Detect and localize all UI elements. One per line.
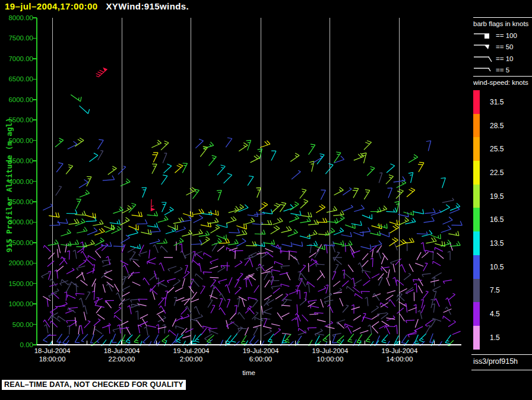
wind-barb xyxy=(423,263,428,271)
colorbar-entry: 25.5 xyxy=(473,137,532,161)
wind-barb xyxy=(175,268,182,274)
wind-barb xyxy=(133,261,140,267)
wind-barb xyxy=(348,334,354,342)
wind-barb xyxy=(273,218,283,225)
wind-barb xyxy=(131,299,140,303)
wind-barb xyxy=(77,266,86,270)
wind-barb xyxy=(167,224,178,230)
wind-barb xyxy=(321,190,325,199)
wind-barb xyxy=(88,255,96,260)
wind-barb xyxy=(436,341,442,350)
wind-barb xyxy=(289,215,299,222)
wind-barb xyxy=(235,287,242,294)
wind-barb xyxy=(426,141,431,151)
wind-barb xyxy=(78,260,86,266)
wind-barb xyxy=(290,211,301,215)
wind-barb xyxy=(226,138,232,147)
wind-barb xyxy=(259,202,268,211)
wind-barb xyxy=(300,217,311,223)
wind-barb xyxy=(163,153,167,163)
wind-barb xyxy=(256,188,261,198)
wind-barb xyxy=(417,231,428,234)
wind-barb xyxy=(372,322,379,327)
wind-barb xyxy=(160,246,167,252)
colorbar-label: 1.5 xyxy=(490,334,500,342)
wind-barb xyxy=(75,138,84,147)
wind-barb xyxy=(426,237,436,243)
wind-barb xyxy=(69,219,80,224)
wind-barb xyxy=(48,261,54,267)
wind-barb xyxy=(61,242,71,246)
wind-barb xyxy=(441,226,451,233)
wind-barb xyxy=(235,261,242,267)
wind-barb xyxy=(83,306,87,315)
wind-barb xyxy=(386,175,394,185)
wind-barb xyxy=(183,271,189,278)
wind-barb xyxy=(173,218,184,224)
wind-barb xyxy=(117,325,121,334)
wind-barb xyxy=(217,165,225,175)
wind-barb xyxy=(182,278,185,287)
wind-barb xyxy=(290,255,297,260)
wind-barb xyxy=(243,278,246,287)
wind-barb xyxy=(408,173,413,183)
wind-barb xyxy=(343,205,353,211)
wind-barb xyxy=(265,280,270,288)
wind-barb xyxy=(419,278,423,286)
colorbar-swatch xyxy=(473,255,480,279)
colorbar-label: 16.5 xyxy=(490,215,504,224)
wind-barb xyxy=(292,170,300,179)
wind-barb xyxy=(301,212,312,217)
wind-speed-colorbar: 31.528.525.522.519.516.513.510.57.54.51.… xyxy=(473,90,532,350)
wind-barb xyxy=(150,239,160,244)
wind-barb xyxy=(238,328,247,331)
wind-barb xyxy=(239,143,248,151)
wind-barb xyxy=(175,164,183,173)
wind-barb xyxy=(370,207,381,211)
wind-barb xyxy=(345,324,353,328)
wind-barb xyxy=(372,326,378,333)
wind-barb xyxy=(182,163,187,173)
wind-barb xyxy=(104,271,112,274)
wind-barb xyxy=(86,217,96,221)
wind-barb xyxy=(353,328,360,332)
wind-barb xyxy=(419,334,426,342)
wind-barb xyxy=(316,218,327,222)
wind-barb xyxy=(89,153,98,161)
wind-barb xyxy=(252,300,258,307)
wind-barb xyxy=(338,322,344,328)
wind-barb xyxy=(413,209,424,214)
wind-barb xyxy=(333,258,342,260)
wind-barb xyxy=(208,300,213,307)
wind-barb xyxy=(181,216,192,222)
wind-barb xyxy=(316,205,325,213)
wind-barb xyxy=(307,282,315,287)
colorbar-swatch xyxy=(473,114,480,138)
wind-barb xyxy=(282,334,291,335)
wind-barb xyxy=(332,272,336,280)
wind-barb xyxy=(300,265,306,273)
wind-barb xyxy=(424,217,435,223)
wind-barb xyxy=(61,230,71,236)
colorbar-label: 19.5 xyxy=(490,192,504,201)
wind-barb xyxy=(126,335,132,343)
wind-barb xyxy=(76,199,81,208)
wind-barb xyxy=(122,292,129,296)
wind-barb xyxy=(261,220,272,225)
wind-barb xyxy=(377,246,382,253)
wind-barb xyxy=(309,314,318,315)
wind-barb xyxy=(334,156,344,163)
wind-barb xyxy=(82,272,85,280)
separator-line xyxy=(471,354,532,355)
wind-barb xyxy=(192,189,199,199)
wind-barb xyxy=(137,220,147,224)
wind-barb xyxy=(276,294,283,299)
quality-banner: REAL–TIME DATA, NOT CHECKED FOR QUALITY xyxy=(2,380,186,390)
wind-barb xyxy=(371,306,379,313)
wind-barb xyxy=(164,164,172,173)
colorbar-label: 10.5 xyxy=(490,263,504,271)
wind-barb xyxy=(185,265,188,274)
wind-barb xyxy=(448,293,455,300)
wind-barb xyxy=(421,243,425,252)
wind-barb xyxy=(255,230,265,234)
